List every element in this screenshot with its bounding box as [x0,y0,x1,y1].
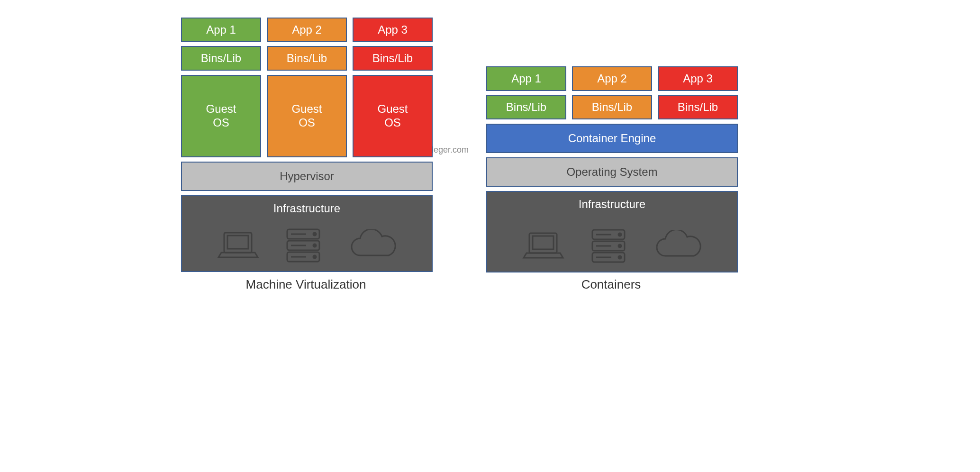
vm-guest-os-1: GuestOS [181,75,261,157]
vm-guest-os-2: GuestOS [267,75,347,157]
vm-bins-3: Bins/Lib [353,46,433,71]
svg-point-18 [618,256,621,259]
vm-app-3: App 3 [353,18,433,42]
container-infra-icons [487,228,737,265]
vm-infrastructure-label: Infrastructure [182,202,432,216]
container-engine: Container Engine [486,124,738,153]
server-icon [590,228,627,265]
container-bins-1: Bins/Lib [486,95,566,119]
svg-point-7 [313,255,316,258]
container-infrastructure: Infrastructure [486,191,738,272]
container-app-3: App 3 [658,66,738,91]
container-app-1: App 1 [486,66,566,91]
svg-point-6 [313,244,316,247]
vm-infra-icons [182,227,432,264]
container-title: Containers [486,277,736,292]
cloud-icon [651,230,703,263]
vm-hypervisor: Hypervisor [181,162,433,191]
container-bins-2: Bins/Lib [572,95,652,119]
svg-point-16 [618,233,621,236]
vm-title: Machine Virtualization [181,277,431,292]
vm-bins-2: Bins/Lib [267,46,347,71]
container-app-2: App 2 [572,66,652,91]
cloud-icon [346,229,398,263]
container-infrastructure-label: Infrastructure [487,198,737,211]
vm-guest-os-3: GuestOS [353,75,433,157]
server-icon [284,227,322,264]
laptop-icon [216,230,261,262]
vm-app-2: App 2 [267,18,347,42]
svg-rect-1 [227,236,248,249]
svg-rect-12 [533,236,554,249]
svg-point-5 [313,233,316,236]
diagram-canvas: https://www.tayfundeger.com App 1 App 2 … [123,0,857,353]
laptop-icon [521,230,566,263]
svg-point-17 [618,245,621,247]
container-bins-3: Bins/Lib [658,95,738,119]
vm-bins-1: Bins/Lib [181,46,261,71]
container-os: Operating System [486,157,738,187]
vm-app-1: App 1 [181,18,261,42]
vm-infrastructure: Infrastructure [181,195,433,272]
